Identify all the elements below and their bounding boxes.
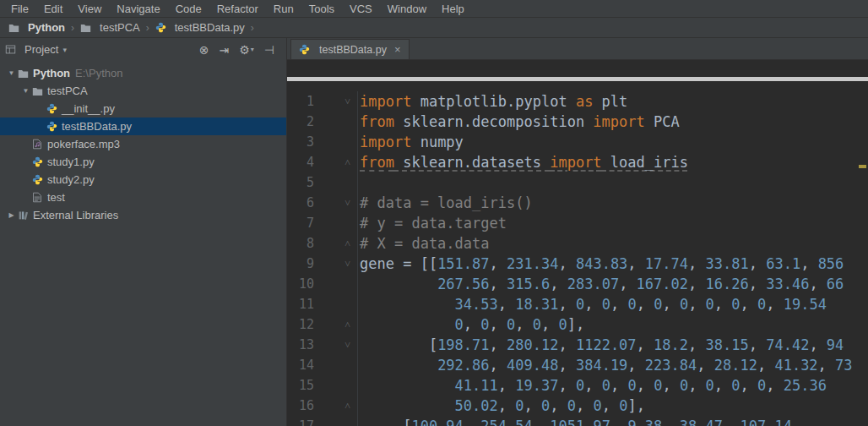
editor[interactable]: testBBData.py × 1˅import matplotlib.pypl… xyxy=(287,38,868,426)
code-line-15[interactable]: 15 41.11, 19.37, 0, 0, 0, 0, 0, 0, 0, 0,… xyxy=(287,375,868,396)
warning-stripe-mark[interactable] xyxy=(859,165,866,168)
code-line-13[interactable]: 13˅ [198.71, 280.12, 1122.07, 18.2, 38.1… xyxy=(287,335,868,355)
line-number[interactable]: 9 xyxy=(287,254,314,274)
settings-icon[interactable]: ⚙▾ xyxy=(239,43,254,57)
collapse-all-icon[interactable]: ⊗ xyxy=(199,43,209,57)
menu-vcs[interactable]: VCS xyxy=(342,1,380,17)
breadcrumb-item-testbbdata-py[interactable]: testBBData.py xyxy=(154,21,247,34)
menu-refactor[interactable]: Refactor xyxy=(209,1,266,17)
code-line-7[interactable]: 7# y = data.target xyxy=(287,213,868,233)
tab-label: testBBData.py xyxy=(319,44,387,56)
chevron-down-icon: ▾ xyxy=(62,46,67,54)
tree-item-testpca[interactable]: ▼testPCA xyxy=(0,82,286,100)
code-text: # y = data.target xyxy=(358,213,868,233)
line-number[interactable]: 7 xyxy=(287,213,314,233)
tree-item-study2-py[interactable]: study2.py xyxy=(0,171,286,188)
pycharm-window: FileEditViewNavigateCodeRefactorRunTools… xyxy=(0,0,868,426)
fold-marker-icon[interactable]: ˅ xyxy=(314,91,358,112)
expand-arrow-icon[interactable]: ▶ xyxy=(5,211,18,219)
line-number[interactable]: 11 xyxy=(287,294,314,314)
fold-marker-icon[interactable]: ˄ xyxy=(314,314,358,335)
code-text: 50.02, 0, 0, 0, 0, 0], xyxy=(358,396,868,416)
expand-arrow-icon[interactable]: ▼ xyxy=(5,69,18,77)
fold-marker-icon[interactable]: ˄ xyxy=(314,152,358,172)
tree-item-study1-py[interactable]: study1.py xyxy=(0,153,286,171)
code-line-6[interactable]: 6˅# data = load_iris() xyxy=(287,193,868,213)
code-line-11[interactable]: 11 34.53, 18.31, 0, 0, 0, 0, 0, 0, 0, 0,… xyxy=(287,294,868,314)
code-line-9[interactable]: 9˅gene = [[151.87, 231.34, 843.83, 17.74… xyxy=(287,254,868,274)
code-area[interactable]: 1˅import matplotlib.pyplot as plt2from s… xyxy=(287,81,868,426)
line-number[interactable]: 16 xyxy=(287,396,314,416)
code-line-2[interactable]: 2from sklearn.decomposition import PCA xyxy=(287,112,868,132)
menu-window[interactable]: Window xyxy=(380,1,434,17)
fold-marker-icon[interactable]: ˅ xyxy=(314,335,358,355)
line-number[interactable]: 10 xyxy=(287,274,314,294)
fold-marker-icon[interactable]: ˄ xyxy=(314,396,358,416)
code-text: import matplotlib.pyplot as plt xyxy=(358,91,868,112)
menu-view[interactable]: View xyxy=(70,1,109,17)
tree-item-label: pokerface.mp3 xyxy=(47,138,120,150)
menu-navigate[interactable]: Navigate xyxy=(109,1,167,17)
fold-gutter xyxy=(314,294,358,314)
code-line-12[interactable]: 12˄ 0, 0, 0, 0, 0], xyxy=(287,314,868,335)
line-number[interactable]: 2 xyxy=(287,112,314,132)
breadcrumb: Python›testPCA›testBBData.py› xyxy=(0,18,868,38)
code-line-5[interactable]: 5 xyxy=(287,172,868,193)
breadcrumb-item-testpca[interactable]: testPCA xyxy=(79,21,142,34)
menu-file[interactable]: File xyxy=(3,1,36,17)
tree-item-testbbdata-py[interactable]: testBBData.py xyxy=(0,117,286,135)
line-number[interactable]: 17 xyxy=(287,416,314,426)
breadcrumb-item-python[interactable]: Python xyxy=(7,21,67,34)
menu-edit[interactable]: Edit xyxy=(36,1,70,17)
fold-marker-icon[interactable]: ˅ xyxy=(314,254,358,274)
line-number[interactable]: 1 xyxy=(287,91,314,112)
line-number[interactable]: 5 xyxy=(287,172,314,193)
code-line-8[interactable]: 8˄# X = data.data xyxy=(287,233,868,254)
menu-code[interactable]: Code xyxy=(168,1,209,17)
scroll-to-source-icon[interactable]: ⇥ xyxy=(219,43,229,57)
code-line-10[interactable]: 10 267.56, 315.6, 283.07, 167.02, 16.26,… xyxy=(287,274,868,294)
fold-gutter xyxy=(314,172,358,193)
menu-tools[interactable]: Tools xyxy=(301,1,342,17)
code-line-3[interactable]: 3import numpy xyxy=(287,132,868,152)
tab-testbbdata-py[interactable]: testBBData.py × xyxy=(290,39,410,59)
line-number[interactable]: 14 xyxy=(287,355,314,375)
code-text: 34.53, 18.31, 0, 0, 0, 0, 0, 0, 0, 0, 19… xyxy=(358,294,868,314)
code-line-16[interactable]: 16˄ 50.02, 0, 0, 0, 0, 0], xyxy=(287,396,868,416)
code-text: 292.86, 409.48, 384.19, 223.84, 28.12, 4… xyxy=(358,355,868,375)
line-number[interactable]: 4 xyxy=(287,152,314,172)
menu-run[interactable]: Run xyxy=(266,1,301,17)
code-text: 0, 0, 0, 0, 0], xyxy=(358,314,868,335)
menu-bar: FileEditViewNavigateCodeRefactorRunTools… xyxy=(0,0,868,18)
code-text: from sklearn.decomposition import PCA xyxy=(358,112,868,132)
code-line-4[interactable]: 4˄from sklearn.datasets import load_iris xyxy=(287,152,868,172)
tree-item-python[interactable]: ▼PythonE:\Python xyxy=(0,64,286,82)
tree-item-pokerface-mp3[interactable]: pokerface.mp3 xyxy=(0,135,286,153)
code-line-1[interactable]: 1˅import matplotlib.pyplot as plt xyxy=(287,91,868,112)
chevron-down-icon: ▾ xyxy=(251,46,254,53)
line-number[interactable]: 15 xyxy=(287,375,314,396)
tree-item-path-suffix: E:\Python xyxy=(75,67,122,79)
code-line-14[interactable]: 14 292.86, 409.48, 384.19, 223.84, 28.12… xyxy=(287,355,868,375)
line-number[interactable]: 12 xyxy=(287,314,314,335)
fold-gutter xyxy=(314,274,358,294)
code-text xyxy=(358,172,868,193)
tree-item-label: Python xyxy=(33,67,70,79)
close-icon[interactable]: × xyxy=(394,43,401,56)
line-number[interactable]: 6 xyxy=(287,193,314,213)
line-number[interactable]: 8 xyxy=(287,233,314,254)
hide-panel-icon[interactable]: ⊣ xyxy=(264,43,274,57)
python-icon xyxy=(46,103,62,114)
line-number[interactable]: 13 xyxy=(287,335,314,355)
code-line-17[interactable]: 17 [100.94, 254.54, 1051.97, 9.38, 38.47… xyxy=(287,416,868,426)
tree-item-label: test xyxy=(47,191,65,204)
menu-help[interactable]: Help xyxy=(434,1,472,17)
fold-marker-icon[interactable]: ˄ xyxy=(314,233,358,254)
line-number[interactable]: 3 xyxy=(287,132,314,152)
tree-item--init-py[interactable]: __init__.py xyxy=(0,100,286,117)
fold-marker-icon[interactable]: ˅ xyxy=(314,193,358,213)
tree-item-test[interactable]: test xyxy=(0,188,286,206)
expand-arrow-icon[interactable]: ▼ xyxy=(19,87,32,95)
project-view-selector[interactable]: Project ▾ xyxy=(5,43,67,56)
tree-item-external-libraries[interactable]: ▶External Libraries xyxy=(0,206,286,224)
